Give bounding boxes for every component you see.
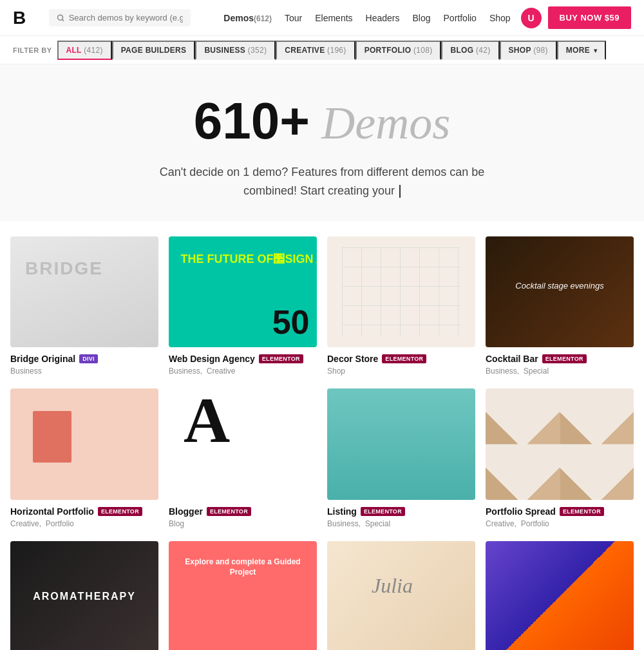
demo-card-decor-store[interactable]: Decor Store ELEMENTOR Shop — [327, 236, 475, 376]
filter-portfolio[interactable]: PORTFOLIO (108) — [355, 41, 442, 60]
demo-tags: Business — [10, 367, 158, 376]
demo-title-row: Blogger ELEMENTOR — [169, 506, 317, 517]
demo-title: Listing — [327, 506, 357, 517]
demo-thumb-photo-portfolio[interactable] — [486, 541, 634, 650]
search-input[interactable] — [69, 13, 183, 23]
demo-card-aromatherapy[interactable]: Aromatherapy ELEMENTOR Business — [10, 541, 158, 650]
demo-card-cocktail-bar[interactable]: Cocktail Bar ELEMENTOR Business, Special — [486, 236, 634, 376]
demos-grid: Bridge Original DIVI Business Web Design… — [0, 221, 644, 650]
demo-tags: Creative, Portfolio — [486, 519, 634, 528]
demo-badge: ELEMENTOR — [542, 354, 587, 363]
filter-business[interactable]: BUSINESS (352) — [195, 41, 276, 60]
demo-title: Cocktail Bar — [486, 354, 538, 364]
demo-title-row: Listing ELEMENTOR — [327, 506, 475, 517]
demo-thumb-listing[interactable] — [327, 388, 475, 500]
demo-thumb-horizontal-portfolio[interactable] — [10, 388, 158, 500]
search-icon — [57, 14, 65, 23]
filter-shop[interactable]: SHOP (98) — [500, 41, 557, 60]
demo-title-row: Web Design Agency ELEMENTOR — [169, 354, 317, 364]
tag-portfolio[interactable]: Portfolio — [46, 519, 74, 528]
nav-demos[interactable]: Demos(612) — [223, 13, 272, 23]
tag-creative[interactable]: Creative — [207, 367, 236, 376]
demo-title-row: Cocktail Bar ELEMENTOR — [486, 354, 634, 364]
demo-thumb-blogger[interactable] — [169, 388, 317, 500]
nav-portfolio[interactable]: Portfolio — [444, 13, 477, 23]
filter-blog[interactable]: BLOG (42) — [441, 41, 499, 60]
tag-business[interactable]: Business — [327, 519, 359, 528]
nav-elements[interactable]: Elements — [315, 13, 352, 23]
demo-badge: ELEMENTOR — [361, 507, 405, 516]
demo-thumb-web-design-agency[interactable] — [169, 236, 317, 348]
demo-title: Decor Store — [327, 354, 378, 364]
demo-title-row: Decor Store ELEMENTOR — [327, 354, 475, 364]
demo-tags: Blog — [169, 519, 317, 528]
hero-subtitle: Can't decide on 1 demo? Features from di… — [129, 163, 515, 200]
demo-badge: ELEMENTOR — [98, 507, 142, 516]
nav-tour[interactable]: Tour — [285, 13, 302, 23]
hero-headline: 610+ Demos — [13, 95, 631, 150]
demo-card-hairdresser[interactable]: Hairdresser ELEMENTOR Business — [327, 541, 475, 650]
tag-special[interactable]: Special — [524, 367, 549, 376]
tag-creative[interactable]: Creative — [486, 519, 515, 528]
demo-title: Bridge Original — [10, 354, 75, 364]
tag-business[interactable]: Business — [10, 367, 42, 376]
hero-section: 610+ Demos Can't decide on 1 demo? Featu… — [0, 64, 644, 221]
demo-tags: Business, Special — [327, 519, 475, 528]
hero-cursor — [399, 185, 401, 198]
tag-creative[interactable]: Creative — [10, 519, 39, 528]
demo-tags: Business, Creative — [169, 367, 317, 376]
nav-blog[interactable]: Blog — [413, 13, 431, 23]
demo-tags: Creative, Portfolio — [10, 519, 158, 528]
demo-badge: ELEMENTOR — [259, 354, 303, 363]
demo-tags: Business, Special — [486, 367, 634, 376]
buy-button[interactable]: BUY NOW $59 — [548, 6, 631, 29]
demo-thumb-portfolio-spread[interactable] — [486, 388, 634, 500]
demo-thumb-education[interactable] — [169, 541, 317, 650]
demo-card-horizontal-portfolio[interactable]: Horizontal Portfolio ELEMENTOR Creative,… — [10, 388, 158, 528]
demo-badge: DIVI — [79, 354, 98, 363]
hero-demos-label: Demos — [321, 97, 450, 149]
demo-thumb-bridge-original[interactable] — [10, 236, 158, 348]
demo-card-web-design-agency[interactable]: Web Design Agency ELEMENTOR Business, Cr… — [169, 236, 317, 376]
demo-badge: ELEMENTOR — [382, 354, 426, 363]
demo-card-listing[interactable]: Listing ELEMENTOR Business, Special — [327, 388, 475, 528]
avatar[interactable]: U — [521, 8, 542, 28]
logo[interactable]: B — [13, 8, 36, 28]
demo-card-education[interactable]: Education ELEMENTOR Special — [169, 541, 317, 650]
demo-thumb-aromatherapy[interactable] — [10, 541, 158, 650]
filter-all[interactable]: ALL (412) — [57, 41, 112, 60]
demo-title-row: Horizontal Portfolio ELEMENTOR — [10, 506, 158, 517]
tag-blog[interactable]: Blog — [169, 519, 184, 528]
nav-headers[interactable]: Headers — [366, 13, 400, 23]
tag-portfolio[interactable]: Portfolio — [521, 519, 549, 528]
demo-card-bridge-original[interactable]: Bridge Original DIVI Business — [10, 236, 158, 376]
demo-thumb-hairdresser[interactable] — [327, 541, 475, 650]
demo-card-blogger[interactable]: Blogger ELEMENTOR Blog — [169, 388, 317, 528]
tag-shop[interactable]: Shop — [327, 367, 345, 376]
demo-title-row: Bridge Original DIVI — [10, 354, 158, 364]
search-bar[interactable] — [49, 9, 191, 26]
filter-page-builders[interactable]: PAGE BUILDERS — [112, 41, 196, 60]
demo-badge: ELEMENTOR — [207, 507, 251, 516]
tag-business[interactable]: Business — [486, 367, 517, 376]
demo-title: Web Design Agency — [169, 354, 255, 364]
demo-title: Portfolio Spread — [486, 506, 556, 517]
demo-thumb-cocktail-bar[interactable] — [486, 236, 634, 348]
header: B Demos(612) Tour Elements Headers Blog … — [0, 0, 644, 36]
demo-title: Horizontal Portfolio — [10, 506, 94, 517]
tag-business[interactable]: Business — [169, 367, 200, 376]
filter-more[interactable]: MORE ▾ — [557, 41, 606, 60]
nav-shop[interactable]: Shop — [489, 13, 511, 23]
filter-bar: FILTER BY ALL (412) PAGE BUILDERS BUSINE… — [0, 36, 644, 64]
hero-number: 610+ — [194, 92, 310, 149]
filter-creative[interactable]: CREATIVE (196) — [276, 41, 355, 60]
demo-thumb-decor-store[interactable] — [327, 236, 475, 348]
demo-title-row: Portfolio Spread ELEMENTOR — [486, 506, 634, 517]
demo-badge: ELEMENTOR — [560, 507, 604, 516]
tag-special[interactable]: Special — [365, 519, 390, 528]
demo-card-photo-portfolio[interactable]: Photo Portfolio ELEMENTOR Creative, Port… — [486, 541, 634, 650]
demo-title: Blogger — [169, 506, 203, 517]
main-nav: Demos(612) Tour Elements Headers Blog Po… — [223, 13, 510, 23]
svg-line-1 — [62, 19, 64, 21]
demo-card-portfolio-spread[interactable]: Portfolio Spread ELEMENTOR Creative, Por… — [486, 388, 634, 528]
